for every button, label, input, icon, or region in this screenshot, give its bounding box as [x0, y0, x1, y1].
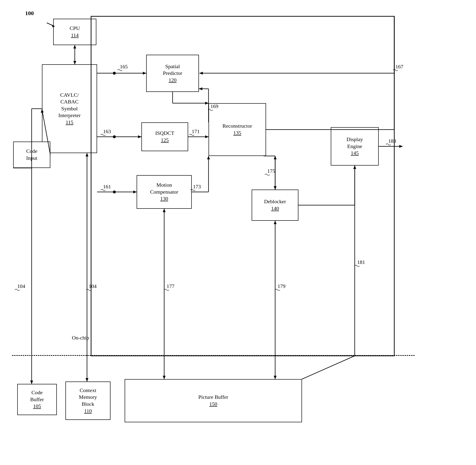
svg-line-72 — [302, 356, 355, 379]
svg-text:165: 165 — [120, 63, 128, 70]
svg-text:104: 104 — [17, 283, 25, 289]
code-buffer-label: CodeBuffer — [30, 389, 44, 403]
svg-marker-10 — [143, 72, 146, 75]
motion-compensator-id: 130 — [160, 195, 168, 202]
svg-point-30 — [113, 190, 116, 193]
svg-marker-28 — [205, 135, 209, 138]
display-engine-id: 145 — [351, 150, 359, 157]
svg-text:179: 179 — [278, 283, 285, 289]
svg-marker-64 — [86, 378, 88, 381]
cavlc-id: 115 — [66, 119, 73, 126]
display-engine-block: DisplayEngine 145 — [331, 127, 379, 166]
svg-text:104: 104 — [89, 283, 97, 289]
context-memory-label: ContextMemoryBlock — [79, 387, 97, 408]
code-input-block: CodeInput — [13, 142, 50, 168]
svg-marker-54 — [163, 209, 166, 212]
deblocker-id: 140 — [271, 205, 279, 212]
reconstructor-label: Reconstructor — [223, 123, 252, 130]
svg-text:163: 163 — [103, 128, 111, 134]
svg-marker-5 — [73, 61, 76, 64]
svg-marker-22 — [205, 102, 209, 105]
svg-point-23 — [113, 135, 116, 138]
reconstructor-block: Reconstructor 135 — [209, 103, 266, 156]
svg-marker-4 — [73, 45, 76, 48]
code-input-label: CodeInput — [26, 148, 37, 161]
onchip-boundary — [12, 355, 415, 356]
context-memory-block: ContextMemoryBlock 110 — [65, 381, 111, 420]
svg-marker-53 — [163, 376, 166, 379]
svg-marker-61 — [30, 380, 33, 384]
svg-marker-58 — [274, 221, 277, 224]
svg-text:173: 173 — [193, 184, 201, 190]
motion-compensator-label: MotionCompensator — [150, 182, 178, 195]
onchip-label: On-chip — [72, 335, 89, 341]
svg-marker-57 — [274, 376, 277, 379]
isqdct-block: ISQDCT 125 — [142, 122, 188, 151]
cpu-id: 114 — [71, 32, 79, 39]
svg-marker-65 — [86, 153, 88, 157]
ref-100-label: 100 — [25, 10, 34, 17]
svg-marker-36 — [207, 156, 210, 159]
svg-marker-43 — [274, 156, 277, 159]
picture-buffer-block: Picture Buffer 150 — [125, 379, 302, 422]
cavlc-label: CAVLC/CABACSymbolInterpreter — [59, 92, 81, 119]
svg-text:183: 183 — [388, 138, 396, 144]
code-buffer-id: 105 — [33, 403, 41, 410]
isqdct-label: ISQDCT — [155, 130, 174, 137]
cpu-block: CPU 114 — [53, 19, 96, 45]
svg-text:177: 177 — [167, 283, 174, 289]
svg-text:175: 175 — [267, 168, 275, 174]
cavlc-block: CAVLC/CABACSymbolInterpreter 115 — [42, 64, 97, 153]
spatial-predictor-label: SpatialPredictor — [163, 63, 182, 77]
spatial-predictor-id: 120 — [169, 77, 177, 84]
picture-buffer-label: Picture Buffer — [198, 394, 228, 401]
diagram-container: 100 CPU 114 CAVLC/CABACSymbolInterpreter… — [0, 0, 476, 465]
picture-buffer-id: 150 — [210, 401, 217, 408]
svg-marker-32 — [133, 190, 137, 193]
svg-marker-14 — [199, 72, 203, 75]
spatial-predictor-block: SpatialPredictor 120 — [146, 55, 199, 92]
cpu-label: CPU — [70, 25, 80, 32]
isqdct-id: 125 — [161, 137, 169, 144]
svg-marker-40 — [274, 186, 277, 190]
deblocker-label: Deblocker — [264, 198, 286, 205]
context-memory-id: 110 — [84, 408, 92, 415]
reconstructor-id: 135 — [233, 130, 241, 137]
svg-text:167: 167 — [395, 63, 403, 70]
svg-text:171: 171 — [192, 128, 200, 134]
svg-text:161: 161 — [103, 184, 111, 190]
svg-text:181: 181 — [357, 259, 365, 265]
deblocker-block: Deblocker 140 — [252, 190, 298, 221]
display-engine-label: DisplayEngine — [347, 136, 363, 150]
svg-marker-46 — [353, 166, 356, 169]
motion-compensator-block: MotionCompensator 130 — [137, 175, 192, 209]
code-buffer-block: CodeBuffer 105 — [17, 384, 57, 415]
svg-marker-18 — [199, 87, 202, 90]
svg-marker-25 — [138, 135, 142, 138]
svg-point-8 — [113, 72, 116, 75]
svg-marker-48 — [399, 145, 403, 148]
